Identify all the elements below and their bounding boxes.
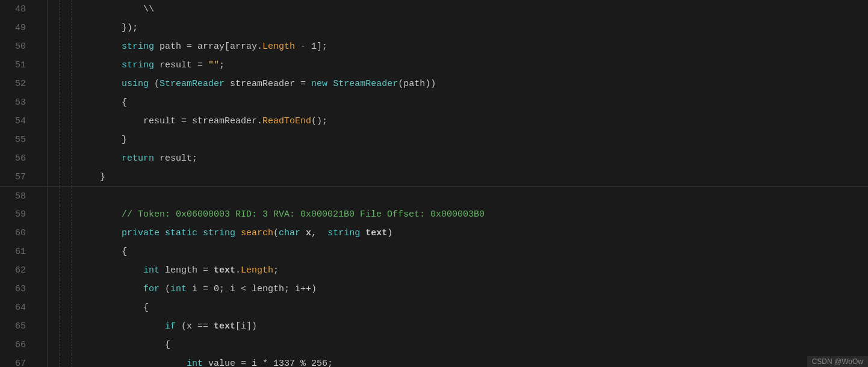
line-number: 66 <box>0 336 33 354</box>
line-number: 59 <box>0 205 33 224</box>
code-line-50: 50 string path = array[array.Length - 1]… <box>0 37 868 56</box>
line-number: 54 <box>0 112 33 131</box>
line-number: 55 <box>0 131 33 149</box>
line-number: 67 <box>0 354 33 367</box>
code-line-57: 57 } <box>0 168 868 187</box>
code-line-63: 63 for (int i = 0; i < length; i++) <box>0 280 868 298</box>
code-line-55: 55 } <box>0 131 868 149</box>
code-editor: 48 \\ 49 }); 50 string path = array[arra… <box>0 0 868 367</box>
code-line-59: 59 // Token: 0x06000003 RID: 3 RVA: 0x00… <box>0 205 868 224</box>
line-number: 49 <box>0 19 33 37</box>
line-number: 57 <box>0 168 33 187</box>
line-number: 58 <box>0 187 33 205</box>
line-number: 56 <box>0 149 33 168</box>
line-number: 51 <box>0 56 33 75</box>
code-line-58: 58 <box>0 187 868 205</box>
watermark: CSDN @WoOw <box>807 356 868 367</box>
line-number: 62 <box>0 261 33 280</box>
code-line-61: 61 { <box>0 242 868 261</box>
line-number: 65 <box>0 317 33 336</box>
code-line-52: 52 using (StreamReader streamReader = ne… <box>0 75 868 93</box>
code-line-51: 51 string result = ""; <box>0 56 868 75</box>
line-number: 48 <box>0 0 33 19</box>
line-number: 50 <box>0 37 33 56</box>
line-number: 52 <box>0 75 33 93</box>
code-line-60: 60 private static string search(char x, … <box>0 224 868 242</box>
line-number: 53 <box>0 93 33 112</box>
code-line-56: 56 return result; <box>0 149 868 168</box>
code-line-65: 65 if (x == text[i]) <box>0 317 868 336</box>
code-line-64: 64 { <box>0 298 868 317</box>
code-line-49: 49 }); <box>0 19 868 37</box>
code-line-54: 54 result = streamReader.ReadToEnd(); <box>0 112 868 131</box>
code-line-53: 53 { <box>0 93 868 112</box>
code-line-48: 48 \\ <box>0 0 868 19</box>
code-line-67: 67 int value = i * 1337 % 256; <box>0 354 868 367</box>
line-number: 60 <box>0 224 33 242</box>
code-line-66: 66 { <box>0 336 868 354</box>
line-number: 61 <box>0 242 33 261</box>
code-line-62: 62 int length = text.Length; <box>0 261 868 280</box>
line-number: 63 <box>0 280 33 298</box>
line-number: 64 <box>0 298 33 317</box>
